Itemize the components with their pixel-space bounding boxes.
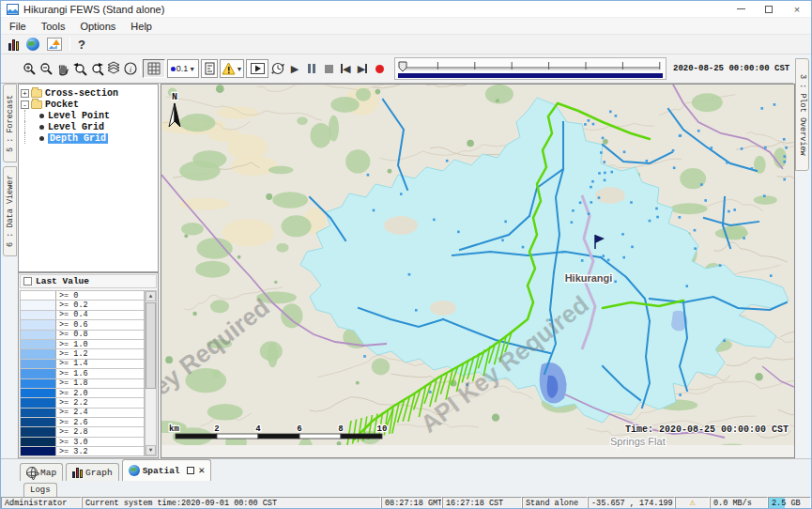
map-display-icon[interactable] bbox=[26, 38, 39, 51]
close-button[interactable]: × bbox=[783, 1, 811, 17]
tab-graph[interactable]: Graph bbox=[66, 463, 119, 481]
pause-button[interactable] bbox=[304, 60, 319, 77]
legend-row[interactable]: >= 0.4 bbox=[21, 311, 144, 320]
time-slider-track[interactable] bbox=[397, 60, 664, 72]
pan-hand-icon[interactable] bbox=[55, 60, 70, 77]
node-bullet-icon bbox=[39, 136, 44, 141]
expand-icon[interactable]: + bbox=[21, 89, 29, 98]
legend-color-swatch bbox=[21, 418, 56, 426]
maximize-button[interactable] bbox=[755, 1, 783, 17]
tree-item-level-grid[interactable]: Level Grid bbox=[21, 121, 156, 132]
legend-color-swatch bbox=[21, 360, 56, 368]
database-explorer-icon[interactable] bbox=[8, 39, 19, 51]
legend-color-swatch bbox=[21, 340, 56, 348]
legend-row[interactable]: >= 1.0 bbox=[21, 340, 144, 349]
spatial-display-icon[interactable] bbox=[47, 38, 62, 51]
tree-item-label: Level Grid bbox=[48, 122, 104, 132]
stop-button[interactable] bbox=[321, 60, 336, 77]
zoom-in-icon[interactable] bbox=[22, 60, 37, 77]
application-window: Hikurangi FEWS (Stand alone) × File Tool… bbox=[0, 0, 812, 509]
tree-item-level-point[interactable]: Level Point bbox=[21, 110, 156, 121]
layers-icon[interactable] bbox=[106, 60, 121, 77]
legend-row[interactable]: >= 1.6 bbox=[21, 369, 144, 378]
info-icon[interactable]: i bbox=[123, 60, 138, 77]
menu-tools[interactable]: Tools bbox=[34, 18, 73, 34]
tab-spatial[interactable]: Spatial ✕ bbox=[122, 459, 212, 481]
legend-color-swatch bbox=[21, 409, 56, 417]
tree-item-pocket[interactable]: - Pocket bbox=[21, 99, 156, 110]
title-bar[interactable]: Hikurangi FEWS (Stand alone) × bbox=[1, 1, 811, 18]
status-bar: Administrator Current system time:2020-0… bbox=[1, 497, 811, 509]
legend-row[interactable]: >= 3.0 bbox=[21, 438, 144, 447]
legend-row[interactable]: >= 0.6 bbox=[21, 320, 144, 330]
scalebar-unit: km bbox=[169, 424, 179, 434]
tab-plot-overview[interactable]: 3 : Plot Overview bbox=[795, 58, 809, 171]
help-button[interactable]: ? bbox=[78, 38, 85, 52]
grid-display-button[interactable] bbox=[143, 59, 165, 78]
zoom-previous-icon[interactable] bbox=[72, 60, 87, 77]
scroll-down-icon[interactable]: ▼ bbox=[146, 445, 156, 455]
legend-row[interactable]: >= 0.2 bbox=[21, 301, 144, 310]
tab-map-label: Map bbox=[40, 468, 56, 478]
legend-panel-button[interactable] bbox=[201, 59, 218, 78]
animate-forecast-button[interactable] bbox=[246, 59, 268, 78]
minimize-icon bbox=[737, 8, 745, 9]
legend-value-label: >= 2.0 bbox=[56, 389, 144, 397]
minimize-button[interactable] bbox=[727, 1, 755, 17]
legend-list: >= 0>= 0.2>= 0.4>= 0.6>= 0.8>= 1.0>= 1.2… bbox=[20, 290, 145, 456]
zoom-next-icon[interactable] bbox=[89, 60, 104, 77]
legend-value-label: >= 1.4 bbox=[56, 360, 144, 368]
legend-value-label: >= 2.2 bbox=[56, 398, 144, 407]
tree-item-label: Level Point bbox=[48, 111, 110, 121]
scrollbar-thumb[interactable] bbox=[146, 302, 156, 389]
record-icon bbox=[375, 65, 384, 73]
logs-tab[interactable]: Logs bbox=[23, 483, 57, 497]
warning-threshold-dropdown[interactable]: ▼ bbox=[220, 59, 244, 78]
zoom-out-icon[interactable] bbox=[38, 60, 54, 77]
undock-icon[interactable] bbox=[187, 467, 194, 474]
legend-row[interactable]: >= 3.2 bbox=[21, 447, 144, 456]
record-button[interactable] bbox=[372, 60, 387, 77]
legend-row[interactable]: >= 2.4 bbox=[21, 409, 144, 418]
menu-help[interactable]: Help bbox=[123, 18, 160, 34]
last-value-checkbox[interactable] bbox=[23, 277, 32, 285]
map-canvas[interactable]: API Key Required API Key Required km 246… bbox=[161, 85, 794, 457]
status-coordinates: -35.657 , 174.199 bbox=[588, 497, 675, 509]
folder-icon bbox=[31, 100, 42, 109]
legend-row[interactable]: >= 2.2 bbox=[21, 398, 144, 408]
tree-item-depth-grid[interactable]: Depth Grid bbox=[21, 132, 156, 144]
tree-item-cross-section[interactable]: + Cross-section bbox=[21, 87, 156, 99]
legend-value-label: >= 1.2 bbox=[56, 349, 144, 358]
legend-row[interactable]: >= 1.8 bbox=[21, 379, 144, 389]
class-interval-dropdown[interactable]: 0.1 ▼ bbox=[167, 59, 199, 78]
set-time-icon[interactable] bbox=[270, 60, 285, 77]
skip-to-start-button[interactable]: ▶ bbox=[338, 60, 353, 77]
legend-row[interactable]: >= 2.8 bbox=[21, 427, 144, 437]
legend-row[interactable]: >= 1.2 bbox=[21, 349, 144, 359]
tab-data-viewer[interactable]: 6 : Data Viewer bbox=[3, 166, 17, 256]
collapse-icon[interactable]: - bbox=[21, 100, 29, 109]
legend-row[interactable]: >= 2.0 bbox=[21, 389, 144, 398]
legend-scrollbar[interactable]: ▲ ▼ bbox=[145, 290, 157, 456]
skip-to-end-button[interactable]: ▶ bbox=[355, 60, 370, 77]
close-tab-icon[interactable]: ✕ bbox=[199, 466, 206, 475]
legend-row[interactable]: >= 1.4 bbox=[21, 360, 144, 369]
scroll-up-icon[interactable]: ▲ bbox=[146, 291, 156, 301]
time-slider[interactable] bbox=[394, 57, 666, 80]
tab-map[interactable]: Map bbox=[20, 463, 63, 481]
menu-options[interactable]: Options bbox=[72, 18, 123, 34]
play-button[interactable]: ▶ bbox=[287, 60, 302, 77]
legend-value-label: >= 2.6 bbox=[56, 418, 144, 426]
legend-row[interactable]: >= 0.8 bbox=[21, 331, 144, 340]
legend-row[interactable]: >= 2.6 bbox=[21, 418, 144, 427]
legend-row[interactable]: >= 0 bbox=[21, 291, 144, 301]
last-value-option[interactable]: Last Value bbox=[20, 274, 157, 288]
map-view[interactable]: API Key Required API Key Required km 246… bbox=[161, 84, 795, 458]
status-warning[interactable]: ⚠ bbox=[675, 497, 710, 509]
legend-value-label: >= 0.4 bbox=[56, 311, 144, 319]
tab-forecast[interactable]: 5 : Forecast bbox=[3, 84, 17, 162]
menu-file[interactable]: File bbox=[1, 18, 34, 34]
node-bullet-icon bbox=[39, 114, 44, 118]
legend-value-label: >= 0 bbox=[56, 291, 144, 300]
main-toolbar: ? bbox=[1, 35, 811, 54]
